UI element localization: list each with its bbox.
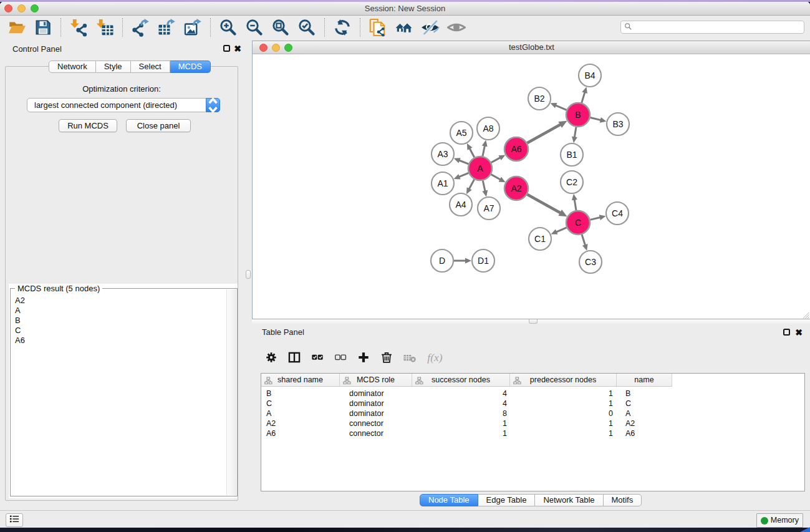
resize-grip-icon[interactable] [802, 310, 809, 317]
new-network-from-selection-button[interactable] [369, 18, 387, 37]
open-file-button[interactable] [7, 18, 26, 37]
cell-predecessor-nodes[interactable]: 1 [510, 428, 617, 438]
save-session-button[interactable] [34, 18, 52, 37]
graph-node-C1[interactable]: C1 [529, 228, 551, 250]
deselect-all-columns-button[interactable] [334, 351, 347, 364]
export-network-button[interactable] [131, 18, 150, 37]
mcds-result-item[interactable]: A2 [15, 296, 226, 306]
control-tab-network[interactable]: Network [49, 60, 96, 73]
table-row-A6[interactable]: A6connector11A6 [261, 428, 804, 438]
column-header-name[interactable]: name [617, 374, 672, 387]
zoom-fit-button[interactable] [271, 18, 290, 37]
zoom-selected-button[interactable] [297, 18, 316, 37]
column-header-MCDS-role[interactable]: MCDS role [340, 374, 412, 387]
control-tab-select[interactable]: Select [131, 60, 170, 73]
table-tab-node-table[interactable]: Node Table [420, 494, 478, 506]
select-all-columns-button[interactable] [311, 351, 324, 364]
mcds-result-item[interactable]: A6 [15, 336, 226, 346]
mcds-result-item[interactable]: A [15, 306, 226, 316]
column-header-successor-nodes[interactable]: successor nodes [412, 374, 510, 387]
criterion-select[interactable]: largest connected component (directed) [27, 98, 220, 112]
search-box[interactable] [620, 21, 804, 34]
cell-successor-nodes[interactable]: 1 [412, 428, 510, 438]
graph-node-A8[interactable]: A8 [477, 117, 499, 140]
horizontal-splitter-handle[interactable] [529, 319, 538, 324]
delete-columns-button[interactable] [380, 351, 393, 364]
cell-name[interactable]: A [617, 409, 672, 418]
search-input[interactable] [632, 23, 801, 32]
show-all-button[interactable] [447, 18, 466, 37]
zoom-in-button[interactable] [219, 18, 238, 37]
cell-MCDS-role[interactable]: dominator [340, 399, 412, 409]
export-image-button[interactable] [183, 18, 202, 37]
first-neighbors-button[interactable] [395, 18, 413, 37]
export-table-button[interactable] [157, 18, 176, 37]
window-titlebar[interactable]: Session: New Session [0, 2, 810, 16]
graph-node-C[interactable]: C [566, 211, 590, 235]
cell-name[interactable]: A2 [617, 418, 672, 428]
graph-node-B4[interactable]: B4 [579, 64, 601, 87]
table-row-B[interactable]: Bdominator41B [261, 389, 804, 399]
cell-predecessor-nodes[interactable]: 1 [510, 389, 617, 399]
graph-node-D[interactable]: D [431, 249, 453, 272]
cell-name[interactable]: C [617, 399, 672, 409]
vertical-splitter-handle[interactable] [246, 270, 251, 279]
cell-name[interactable]: A6 [617, 428, 672, 438]
graph-node-A2[interactable]: A2 [504, 177, 528, 200]
cell-shared-name[interactable]: A2 [261, 418, 340, 428]
control-tab-style[interactable]: Style [96, 60, 131, 73]
cell-shared-name[interactable]: B [261, 389, 340, 399]
result-list-scrollbar[interactable] [226, 289, 236, 495]
graph-node-A1[interactable]: A1 [432, 172, 454, 195]
graph-node-A5[interactable]: A5 [450, 122, 473, 144]
graph-node-D1[interactable]: D1 [472, 249, 494, 272]
network-window-titlebar[interactable]: testGlobe.txt [253, 41, 810, 54]
cell-shared-name[interactable]: A6 [261, 428, 340, 438]
graph-node-A3[interactable]: A3 [432, 143, 454, 165]
import-network-button[interactable] [69, 18, 88, 37]
task-history-button[interactable] [6, 513, 23, 527]
graph-node-B1[interactable]: B1 [561, 143, 583, 166]
table-row-C[interactable]: Cdominator41C [261, 399, 804, 409]
table-tab-motifs[interactable]: Motifs [604, 494, 642, 506]
table-panel-close-button[interactable]: ✖ [795, 329, 803, 336]
table-row-A2[interactable]: A2connector11A2 [261, 418, 804, 428]
cell-predecessor-nodes[interactable]: 1 [510, 418, 617, 428]
mcds-result-item[interactable]: C [15, 326, 226, 336]
graph-node-A6[interactable]: A6 [504, 137, 528, 161]
table-tab-network-table[interactable]: Network Table [535, 494, 603, 506]
cell-MCDS-role[interactable]: dominator [340, 409, 412, 418]
network-canvas[interactable]: B4B2BB3A5A8A6A3B1AA1C2A2A4A7C4CC1DD1C3 [253, 54, 810, 319]
table-tab-edge-table[interactable]: Edge Table [478, 494, 536, 506]
create-column-button[interactable] [357, 351, 370, 364]
cell-shared-name[interactable]: C [261, 399, 340, 409]
cell-MCDS-role[interactable]: dominator [340, 389, 412, 399]
run-mcds-button[interactable]: Run MCDS [59, 119, 117, 132]
graph-node-A7[interactable]: A7 [478, 197, 500, 220]
memory-button[interactable]: Memory [756, 513, 803, 528]
cell-MCDS-role[interactable]: connector [340, 428, 412, 438]
column-settings-button[interactable] [264, 351, 278, 364]
cell-predecessor-nodes[interactable]: 1 [510, 399, 617, 409]
cell-MCDS-role[interactable]: connector [340, 418, 412, 428]
close-panel-button[interactable]: Close panel [126, 119, 191, 132]
cell-name[interactable]: B [617, 389, 672, 399]
graph-node-A[interactable]: A [468, 157, 492, 180]
cell-successor-nodes[interactable]: 4 [412, 389, 510, 399]
control-panel-close-button[interactable]: ✖ [234, 46, 241, 52]
graph-node-C3[interactable]: C3 [579, 251, 602, 273]
graph-node-B[interactable]: B [566, 103, 590, 127]
zoom-out-button[interactable] [245, 18, 264, 37]
mcds-result-item[interactable]: B [15, 316, 226, 326]
import-table-button[interactable] [95, 18, 114, 37]
split-table-view-button[interactable] [287, 351, 301, 364]
column-header-predecessor-nodes[interactable]: predecessor nodes [510, 374, 617, 387]
vertical-splitter[interactable] [243, 39, 252, 510]
column-header-shared-name[interactable]: shared name [261, 374, 340, 387]
cell-predecessor-nodes[interactable]: 0 [510, 409, 617, 418]
horizontal-splitter[interactable] [252, 319, 810, 324]
table-row-A[interactable]: Adominator80A [261, 409, 804, 418]
cell-shared-name[interactable]: A [261, 409, 340, 418]
control-panel-float-button[interactable] [223, 45, 230, 52]
cell-successor-nodes[interactable]: 4 [412, 399, 510, 409]
